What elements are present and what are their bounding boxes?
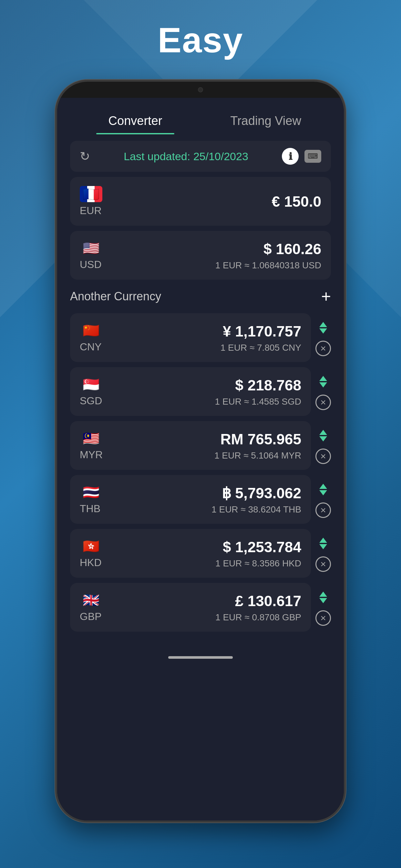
usd-rate: 1 EUR ≈ 1.06840318 USD bbox=[215, 260, 321, 271]
gbp-card[interactable]: 🇬🇧 GBP £ 130.617 1 EUR ≈ 0.8708 GBP bbox=[70, 583, 311, 631]
gbp-flag: 🇬🇧 bbox=[80, 592, 102, 608]
cny-controls: × bbox=[315, 319, 331, 356]
hkd-amount: $ 1,253.784 bbox=[223, 538, 301, 556]
thb-code: THB bbox=[80, 503, 100, 515]
sgd-row: 🇸🇬 SGD $ 218.768 1 EUR ≈ 1.4585 SGD bbox=[70, 367, 331, 416]
eur-left: 🇫🇷 EUR bbox=[80, 186, 102, 217]
tab-trading-view[interactable]: Trading View bbox=[201, 107, 331, 134]
cny-amount: ¥ 1,170.757 bbox=[223, 322, 301, 340]
hkd-flag: 🇭🇰 bbox=[80, 538, 102, 554]
myr-controls: × bbox=[315, 427, 331, 464]
usd-code: USD bbox=[80, 259, 102, 271]
sgd-controls: × bbox=[315, 373, 331, 410]
eur-right: € 150.0 bbox=[272, 193, 321, 210]
hkd-close-btn[interactable]: × bbox=[315, 556, 331, 572]
info-icon-button[interactable]: ℹ bbox=[282, 148, 299, 165]
eur-card[interactable]: 🇫🇷 EUR € 150.0 bbox=[70, 177, 331, 226]
gbp-close-btn[interactable]: × bbox=[315, 610, 331, 626]
page-title: Easy bbox=[158, 20, 243, 60]
cny-arrow-up bbox=[319, 322, 327, 327]
cny-close-btn[interactable]: × bbox=[315, 341, 331, 356]
add-currency-button[interactable]: + bbox=[321, 288, 331, 305]
gbp-rate: 1 EUR ≈ 0.8708 GBP bbox=[215, 612, 301, 623]
cny-right: ¥ 1,170.757 1 EUR ≈ 7.805 CNY bbox=[220, 322, 301, 353]
myr-arrow-up bbox=[319, 430, 327, 435]
hkd-arrow-up bbox=[319, 538, 327, 543]
sgd-flag: 🇸🇬 bbox=[80, 376, 102, 392]
notch bbox=[168, 82, 233, 98]
cny-code: CNY bbox=[80, 341, 102, 353]
sgd-updown-btn[interactable] bbox=[315, 373, 331, 390]
add-currency-label: Another Currency bbox=[70, 290, 161, 303]
hkd-arrow-down bbox=[319, 544, 327, 549]
refresh-icon[interactable]: ↻ bbox=[80, 149, 90, 163]
thb-arrow-down bbox=[319, 490, 327, 495]
gbp-row: 🇬🇧 GBP £ 130.617 1 EUR ≈ 0.8708 GBP bbox=[70, 583, 331, 631]
myr-rate: 1 EUR ≈ 5.1064 MYR bbox=[214, 451, 301, 461]
cny-updown-btn[interactable] bbox=[315, 319, 331, 336]
thb-left: 🇹🇭 THB bbox=[80, 484, 102, 515]
thb-right: ฿ 5,793.062 1 EUR ≈ 38.6204 THB bbox=[212, 485, 301, 515]
sgd-card[interactable]: 🇸🇬 SGD $ 218.768 1 EUR ≈ 1.4585 SGD bbox=[70, 367, 311, 416]
eur-flag: 🇫🇷 bbox=[80, 186, 102, 202]
thb-arrow-up bbox=[319, 484, 327, 489]
hkd-row: 🇭🇰 HKD $ 1,253.784 1 EUR ≈ 8.3586 HKD bbox=[70, 529, 331, 578]
gbp-updown-btn[interactable] bbox=[315, 589, 331, 606]
myr-card[interactable]: 🇲🇾 MYR RM 765.965 1 EUR ≈ 5.1064 MYR bbox=[70, 421, 311, 470]
cny-flag: 🇨🇳 bbox=[80, 322, 102, 338]
thb-flag: 🇹🇭 bbox=[80, 484, 102, 500]
myr-code: MYR bbox=[80, 449, 103, 461]
add-currency-row: Another Currency + bbox=[70, 285, 331, 308]
phone-screen: Converter Trading View ↻ Last updated: 2… bbox=[57, 98, 344, 820]
screen-content: ↻ Last updated: 25/10/2023 ℹ ⌨ 🇫🇷 EUR € … bbox=[57, 134, 344, 650]
eur-code: EUR bbox=[80, 205, 102, 217]
home-indicator bbox=[168, 656, 233, 659]
myr-right: RM 765.965 1 EUR ≈ 5.1064 MYR bbox=[214, 430, 301, 461]
usd-amount: $ 160.26 bbox=[264, 240, 321, 258]
thb-rate: 1 EUR ≈ 38.6204 THB bbox=[212, 504, 301, 515]
thb-close-btn[interactable]: × bbox=[315, 502, 331, 518]
cny-row: 🇨🇳 CNY ¥ 1,170.757 1 EUR ≈ 7.805 CNY bbox=[70, 313, 331, 362]
sgd-arrow-down bbox=[319, 382, 327, 388]
cny-rate: 1 EUR ≈ 7.805 CNY bbox=[220, 343, 301, 353]
myr-left: 🇲🇾 MYR bbox=[80, 430, 103, 461]
last-updated-text: Last updated: 25/10/2023 bbox=[96, 150, 275, 163]
hkd-rate: 1 EUR ≈ 8.3586 HKD bbox=[215, 558, 301, 569]
myr-amount: RM 765.965 bbox=[220, 430, 301, 448]
sgd-left: 🇸🇬 SGD bbox=[80, 376, 102, 407]
myr-updown-btn[interactable] bbox=[315, 427, 331, 444]
gbp-left: 🇬🇧 GBP bbox=[80, 592, 102, 623]
hkd-right: $ 1,253.784 1 EUR ≈ 8.3586 HKD bbox=[215, 538, 301, 569]
currency-list: 🇨🇳 CNY ¥ 1,170.757 1 EUR ≈ 7.805 CNY bbox=[70, 313, 331, 637]
thb-row: 🇹🇭 THB ฿ 5,793.062 1 EUR ≈ 38.6204 THB bbox=[70, 475, 331, 524]
thb-controls: × bbox=[315, 481, 331, 518]
thb-amount: ฿ 5,793.062 bbox=[222, 485, 301, 502]
gbp-amount: £ 130.617 bbox=[235, 592, 301, 610]
gbp-arrow-down bbox=[319, 598, 327, 603]
myr-arrow-down bbox=[319, 436, 327, 441]
gbp-controls: × bbox=[315, 589, 331, 626]
hkd-updown-btn[interactable] bbox=[315, 535, 331, 552]
hkd-left: 🇭🇰 HKD bbox=[80, 538, 102, 569]
usd-left: 🇺🇸 USD bbox=[80, 240, 102, 271]
status-icons: ℹ ⌨ bbox=[282, 148, 321, 165]
myr-close-btn[interactable]: × bbox=[315, 448, 331, 464]
myr-flag: 🇲🇾 bbox=[80, 430, 102, 446]
hkd-card[interactable]: 🇭🇰 HKD $ 1,253.784 1 EUR ≈ 8.3586 HKD bbox=[70, 529, 311, 578]
keyboard-icon-button[interactable]: ⌨ bbox=[305, 150, 321, 163]
sgd-close-btn[interactable]: × bbox=[315, 395, 331, 410]
thb-updown-btn[interactable] bbox=[315, 481, 331, 498]
cny-card[interactable]: 🇨🇳 CNY ¥ 1,170.757 1 EUR ≈ 7.805 CNY bbox=[70, 313, 311, 362]
tab-converter[interactable]: Converter bbox=[70, 107, 201, 134]
thb-card[interactable]: 🇹🇭 THB ฿ 5,793.062 1 EUR ≈ 38.6204 THB bbox=[70, 475, 311, 524]
phone-mockup: Converter Trading View ↻ Last updated: 2… bbox=[55, 80, 346, 823]
hkd-controls: × bbox=[315, 535, 331, 572]
usd-flag: 🇺🇸 bbox=[80, 240, 102, 256]
myr-row: 🇲🇾 MYR RM 765.965 1 EUR ≈ 5.1064 MYR bbox=[70, 421, 331, 470]
usd-card[interactable]: 🇺🇸 USD $ 160.26 1 EUR ≈ 1.06840318 USD bbox=[70, 231, 331, 280]
cny-left: 🇨🇳 CNY bbox=[80, 322, 102, 353]
gbp-right: £ 130.617 1 EUR ≈ 0.8708 GBP bbox=[215, 592, 301, 623]
sgd-code: SGD bbox=[80, 395, 102, 407]
gbp-code: GBP bbox=[80, 611, 102, 623]
cny-arrow-down bbox=[319, 329, 327, 334]
